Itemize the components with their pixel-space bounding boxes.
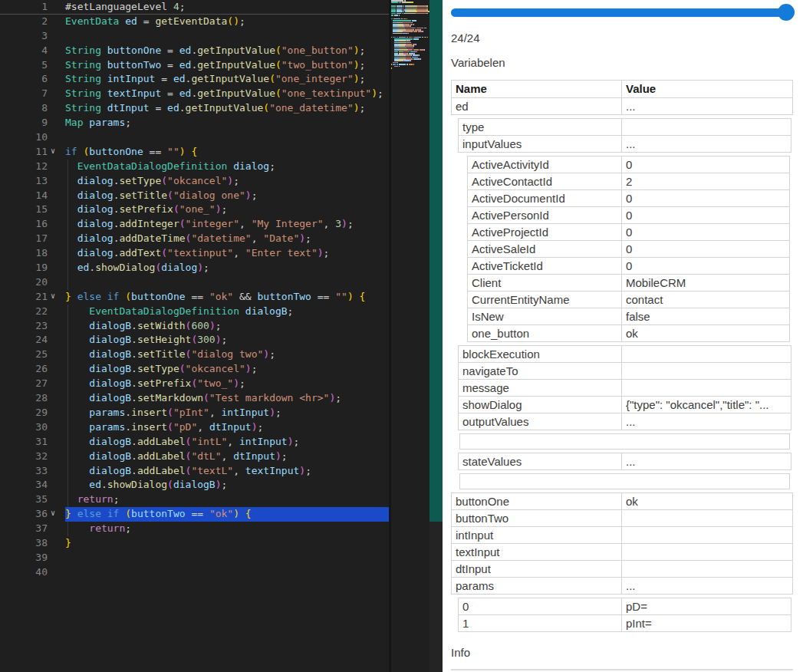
- table-row[interactable]: inputValues...: [458, 135, 791, 153]
- table-row[interactable]: ActiveProjectId0: [467, 223, 790, 241]
- scrollbar-thumb[interactable]: [429, 0, 443, 522]
- code-line-22[interactable]: 22 EventDataDialogDefinition dialogB;: [0, 305, 389, 319]
- code-line-2[interactable]: 2EventData ed = getEventData();: [0, 15, 389, 29]
- code-line-3[interactable]: 3: [0, 29, 389, 44]
- code-line-32[interactable]: 32 dialogB.addLabel("dtL", dtInput);: [0, 450, 389, 464]
- table-row[interactable]: buttonTwo: [451, 509, 793, 527]
- code-line-1[interactable]: 1#setLanguageLevel 4;: [0, 0, 389, 15]
- code-area[interactable]: 1#setLanguageLevel 4;2EventData ed = get…: [0, 0, 389, 672]
- table-row[interactable]: stateValues...: [458, 453, 791, 470]
- code-line-18[interactable]: 18 dialog.addText("textinput", "Enter te…: [0, 246, 389, 261]
- code-line-10[interactable]: 10: [0, 130, 389, 145]
- line-number: 27: [0, 377, 65, 391]
- code-line-38[interactable]: 38}: [0, 536, 389, 551]
- indent-guide: [67, 333, 68, 348]
- code-line-36[interactable]: 36∨} else if (buttonTwo == "ok") {: [0, 507, 389, 522]
- code-line-20[interactable]: 20: [0, 275, 389, 290]
- code-line-40[interactable]: 40: [0, 565, 389, 580]
- editor-scrollbar[interactable]: [429, 0, 443, 672]
- code-line-24[interactable]: 24 dialogB.setHeight(300);: [0, 333, 389, 348]
- step-slider[interactable]: [451, 0, 793, 25]
- variables-table: NameValueed...typeinputValues...ActiveAc…: [451, 80, 793, 632]
- table-row[interactable]: outputValues...: [458, 413, 791, 430]
- code-text: dialogB.setPrefix("two_");: [65, 377, 389, 391]
- code-text: String buttonOne = ed.getInputValue("one…: [65, 44, 389, 58]
- code-line-26[interactable]: 26 dialogB.setType("okcancel");: [0, 362, 389, 377]
- slider-handle[interactable]: [778, 4, 795, 21]
- code-text: #setLanguageLevel 4;: [65, 0, 389, 14]
- table-row[interactable]: showDialog{"type": "okcancel","title": "…: [458, 396, 791, 413]
- code-line-34[interactable]: 34 ed.showDialog(dialogB);: [0, 478, 389, 492]
- code-line-6[interactable]: 6String intInput = ed.getInputValue("one…: [0, 72, 389, 87]
- code-line-4[interactable]: 4String buttonOne = ed.getInputValue("on…: [0, 44, 389, 58]
- code-line-11[interactable]: 11∨if (buttonOne == "") {: [0, 145, 389, 160]
- table-row[interactable]: ActiveActivityId0: [467, 156, 790, 173]
- line-number: 7: [0, 87, 65, 101]
- code-line-27[interactable]: 27 dialogB.setPrefix("two_");: [0, 377, 389, 391]
- line-number: 15: [0, 203, 65, 217]
- code-line-12[interactable]: 12 EventDataDialogDefinition dialog;: [0, 160, 389, 174]
- table-row[interactable]: type: [458, 118, 791, 136]
- code-line-15[interactable]: 15 dialog.setPrefix("one_");: [0, 203, 389, 217]
- variable-name: ActiveProjectId: [468, 224, 621, 240]
- minimap[interactable]: [391, 0, 429, 672]
- code-line-23[interactable]: 23 dialogB.setWidth(600);: [0, 319, 389, 334]
- variable-value: ...: [621, 453, 791, 469]
- code-text: params.insert("pInt", intInput);: [65, 406, 389, 420]
- table-row[interactable]: CurrentEntityNamecontact: [467, 291, 790, 308]
- fold-chevron-icon[interactable]: ∨: [51, 144, 63, 159]
- table-row[interactable]: ActiveDocumentId0: [467, 189, 790, 207]
- table-row[interactable]: dtInput: [451, 560, 793, 578]
- code-line-25[interactable]: 25 dialogB.setTitle("dialog two");: [0, 348, 389, 362]
- table-row[interactable]: intInput: [451, 526, 793, 544]
- code-line-7[interactable]: 7String textInput = ed.getInputValue("on…: [0, 87, 389, 101]
- code-line-19[interactable]: 19 ed.showDialog(dialog);: [0, 261, 389, 275]
- table-row[interactable]: ActivePersonId0: [467, 206, 790, 224]
- code-line-16[interactable]: 16 dialog.addInteger("integer", "My Inte…: [0, 217, 389, 232]
- table-row[interactable]: 1pInt=: [458, 614, 791, 632]
- code-text: dialog.setPrefix("one_");: [65, 203, 389, 217]
- table-row[interactable]: ClientMobileCRM: [467, 274, 790, 292]
- table-row[interactable]: blockExecution: [458, 345, 791, 363]
- code-line-39[interactable]: 39: [0, 551, 389, 565]
- code-text: [65, 565, 389, 580]
- code-line-29[interactable]: 29 params.insert("pInt", intInput);: [0, 406, 389, 420]
- table-row[interactable]: [459, 433, 790, 450]
- code-line-33[interactable]: 33 dialogB.addLabel("textL", textInput);: [0, 464, 389, 479]
- code-line-30[interactable]: 30 params.insert("pD", dtInput);: [0, 420, 389, 435]
- code-line-28[interactable]: 28 dialogB.setMarkdown("Test markdown <h…: [0, 391, 389, 406]
- code-editor[interactable]: 1#setLanguageLevel 4;2EventData ed = get…: [0, 0, 443, 672]
- table-row[interactable]: textInput: [451, 543, 793, 561]
- code-line-17[interactable]: 17 dialog.addDateTime("datetime", "Date"…: [0, 232, 389, 246]
- table-row[interactable]: ed...: [451, 97, 793, 115]
- table-row[interactable]: params...: [451, 577, 793, 595]
- slider-track[interactable]: [451, 8, 793, 17]
- table-row[interactable]: buttonOneok: [451, 492, 793, 510]
- table-row[interactable]: ActiveContactId2: [467, 173, 790, 190]
- code-line-8[interactable]: 8String dtInput = ed.getInputValue("one_…: [0, 101, 389, 116]
- table-row[interactable]: [459, 473, 790, 489]
- code-line-13[interactable]: 13 dialog.setType("okcancel");: [0, 174, 389, 189]
- code-text: EventData ed = getEventData();: [65, 15, 389, 29]
- code-line-31[interactable]: 31 dialogB.addLabel("intL", intInput);: [0, 435, 389, 450]
- code-line-9[interactable]: 9Map params;: [0, 116, 389, 130]
- variable-value: 2: [621, 173, 789, 189]
- table-row[interactable]: 0pD=: [458, 598, 791, 615]
- variable-name: inputValues: [459, 136, 621, 152]
- table-row[interactable]: one_buttonok: [467, 324, 790, 342]
- table-row[interactable]: navigateTo: [458, 362, 791, 380]
- code-line-35[interactable]: 35 return;: [0, 492, 389, 507]
- variable-value: 0: [621, 207, 789, 223]
- table-row[interactable]: ActiveTicketId0: [467, 257, 790, 275]
- code-line-21[interactable]: 21∨} else if (buttonOne == "ok" && butto…: [0, 290, 389, 305]
- code-line-37[interactable]: 37 return;: [0, 522, 389, 536]
- fold-chevron-icon[interactable]: ∨: [51, 506, 63, 521]
- code-text: dialogB.setWidth(600);: [65, 319, 389, 334]
- indent-guide: [67, 377, 68, 391]
- table-row[interactable]: ActiveSaleId0: [467, 240, 790, 258]
- code-line-5[interactable]: 5String buttonTwo = ed.getInputValue("tw…: [0, 58, 389, 73]
- code-line-14[interactable]: 14 dialog.setTitle("dialog one");: [0, 189, 389, 203]
- fold-chevron-icon[interactable]: ∨: [51, 289, 63, 304]
- table-row[interactable]: IsNewfalse: [467, 308, 790, 325]
- table-row[interactable]: message: [458, 379, 791, 397]
